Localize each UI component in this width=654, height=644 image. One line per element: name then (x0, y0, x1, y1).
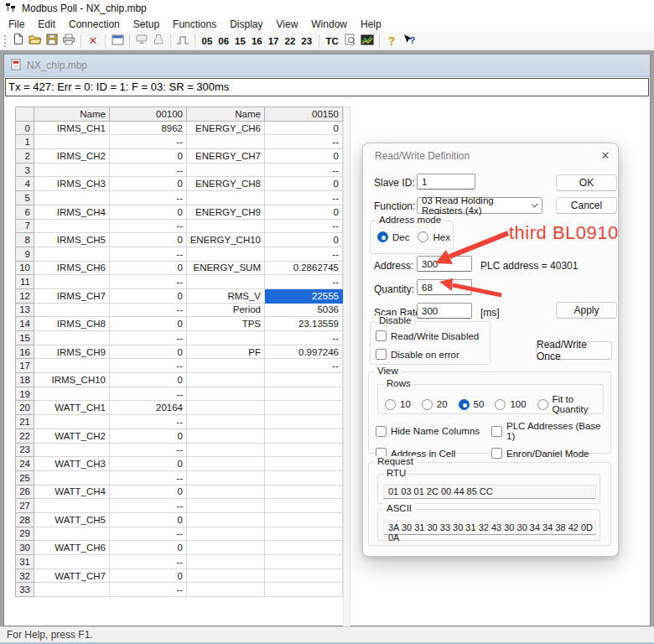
cell-name[interactable] (187, 387, 265, 401)
setup-button[interactable] (133, 33, 150, 49)
cell-value[interactable]: -- (110, 387, 187, 401)
document-title-bar[interactable]: NX_chip.mbp (4, 55, 650, 77)
cell-value[interactable]: -- (110, 470, 187, 485)
cell-name[interactable]: WATT_CH6 (34, 541, 110, 555)
ok-button[interactable]: OK (556, 174, 617, 191)
cell-value[interactable]: -- (110, 331, 187, 345)
context-help-button[interactable]: ? (400, 33, 417, 49)
menu-setup[interactable]: Setup (127, 17, 166, 32)
cell-name[interactable]: IRMS_CH3 (34, 177, 110, 191)
cell-value[interactable]: -- (110, 443, 187, 457)
cell-name[interactable] (187, 331, 265, 345)
menu-functions[interactable]: Functions (166, 17, 223, 32)
new-file-button[interactable] (10, 33, 27, 49)
slave-id-field[interactable] (417, 174, 475, 190)
cell-name[interactable]: IRMS_CH7 (34, 288, 110, 303)
cell-value[interactable]: -- (110, 219, 187, 233)
cell-value[interactable]: 23.13559 (265, 317, 343, 331)
row-header[interactable]: 5 (16, 191, 34, 205)
toolbar-fc-06[interactable]: 06 (215, 36, 232, 46)
cell-name[interactable] (187, 470, 265, 485)
cell-name[interactable] (34, 499, 110, 513)
function-dropdown[interactable]: 03 Read Holding Registers (4x) (417, 197, 542, 214)
row-header[interactable]: 8 (16, 233, 34, 247)
cell-name[interactable] (34, 470, 110, 485)
cell-name[interactable]: RMS_V (187, 288, 265, 303)
cell-name[interactable]: ENERGY_CH6 (187, 121, 265, 135)
cell-name[interactable]: WATT_CH5 (34, 512, 110, 527)
row-header[interactable]: 4 (16, 177, 34, 191)
cell-name[interactable] (187, 415, 265, 429)
save-file-button[interactable] (44, 33, 60, 49)
cell-name[interactable] (187, 163, 265, 177)
address-field[interactable] (417, 256, 472, 272)
cell-name[interactable] (187, 485, 265, 499)
toolbar-fc-16[interactable]: 16 (248, 36, 265, 46)
cell-value[interactable]: -- (110, 135, 187, 149)
cell-value[interactable]: 5036 (265, 303, 343, 317)
communication-button[interactable] (150, 33, 167, 49)
cell-name[interactable] (187, 527, 265, 541)
cell-name[interactable]: IRMS_CH9 (34, 345, 110, 359)
checkbox-enron-daniel-mode[interactable]: Enron/Daniel Mode (491, 448, 607, 459)
cell-name[interactable]: Period (187, 303, 265, 317)
cell-value[interactable]: -- (110, 499, 187, 513)
row-header[interactable]: 3 (16, 163, 34, 177)
cell-name[interactable]: IRMS_CH1 (34, 121, 110, 135)
toolbar-fc-15[interactable]: 15 (232, 36, 249, 46)
cell-value[interactable]: -- (265, 219, 343, 233)
cell-name[interactable] (34, 247, 110, 261)
cell-name[interactable] (34, 331, 110, 345)
row-header[interactable]: 6 (16, 205, 34, 219)
quantity-field[interactable] (417, 279, 472, 295)
cell-name[interactable]: WATT_CH7 (34, 569, 110, 583)
row-header[interactable]: 32 (16, 569, 34, 583)
cell-name[interactable]: IRMS_CH8 (34, 317, 110, 331)
read-write-once-button[interactable]: Read/Write Once (536, 341, 612, 360)
cell-name[interactable] (34, 527, 110, 541)
cell-name[interactable] (187, 428, 265, 443)
cell-value[interactable] (265, 512, 343, 527)
cell-name[interactable] (187, 373, 265, 387)
cell-name[interactable] (34, 275, 110, 289)
cell-value[interactable]: 0.2862745 (265, 261, 343, 275)
row-header[interactable]: 21 (16, 415, 34, 429)
cell-value[interactable] (265, 583, 343, 597)
cell-name[interactable] (187, 135, 265, 149)
checkbox-read-write-disabled[interactable]: Read/Write Disabled (376, 330, 490, 341)
disconnect-button[interactable]: ✕ (85, 33, 101, 49)
row-header[interactable]: 19 (16, 387, 34, 401)
row-header[interactable]: 16 (16, 345, 34, 359)
cell-value[interactable]: -- (265, 191, 343, 205)
rows-option-fit-to-quantity[interactable]: Fit to Quantity (537, 394, 603, 414)
cell-value[interactable]: 0 (110, 233, 187, 247)
cell-name[interactable]: IRMS_CH4 (34, 205, 110, 219)
cell-value[interactable]: 0 (110, 261, 187, 275)
row-header[interactable]: 13 (16, 303, 34, 317)
cell-value[interactable]: 0 (110, 317, 187, 331)
cell-name[interactable] (34, 415, 110, 429)
row-header[interactable]: 20 (16, 401, 34, 415)
cell-value[interactable]: 0 (110, 541, 187, 555)
cell-name[interactable]: IRMS_CH10 (34, 373, 110, 387)
cell-name[interactable]: ENERGY_CH8 (187, 177, 265, 191)
menu-help[interactable]: Help (354, 17, 388, 32)
row-header[interactable]: 22 (16, 428, 34, 443)
toolbar-fc-23[interactable]: 23 (298, 36, 315, 46)
selected-cell[interactable]: 22555 (265, 288, 343, 303)
cell-name[interactable] (34, 163, 110, 177)
cell-name[interactable]: WATT_CH2 (34, 428, 110, 443)
cell-value[interactable]: -- (110, 527, 187, 541)
cell-value[interactable]: 0 (265, 205, 343, 219)
pulse-button[interactable] (174, 33, 191, 49)
cell-value[interactable]: 0 (110, 345, 187, 359)
cell-value[interactable]: 8962 (110, 121, 187, 135)
cell-name[interactable] (187, 191, 265, 205)
cell-name[interactable] (187, 541, 265, 555)
cell-value[interactable]: -- (110, 247, 187, 261)
cell-value[interactable]: -- (265, 275, 343, 289)
cell-name[interactable]: PF (187, 345, 265, 359)
row-header[interactable]: 2 (16, 149, 34, 164)
row-header[interactable]: 33 (16, 583, 34, 597)
cell-value[interactable]: -- (110, 359, 187, 373)
